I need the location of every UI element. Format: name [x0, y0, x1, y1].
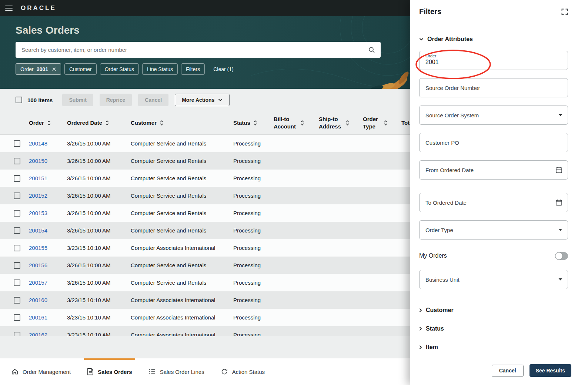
source-order-number-field[interactable]: Source Order Number: [419, 78, 568, 97]
row-checkbox[interactable]: [14, 279, 20, 286]
order-link[interactable]: 200152: [29, 192, 67, 199]
table-row[interactable]: 2001503/26/15 10:00 AMComputer Service a…: [0, 152, 410, 170]
section-item[interactable]: Item: [419, 344, 568, 351]
table-body: 2001483/26/15 10:00 AMComputer Service a…: [0, 135, 410, 336]
chip-label: Order: [20, 66, 34, 72]
filters-cancel-button[interactable]: Cancel: [492, 365, 524, 377]
column-header-order-type[interactable]: Order Type: [363, 116, 401, 130]
see-results-button[interactable]: See Results: [529, 364, 571, 377]
tab-sales-orders[interactable]: Sales Orders: [87, 358, 132, 385]
customer-po-field[interactable]: Customer PO: [419, 133, 568, 152]
dropdown-arrow-icon[interactable]: [558, 229, 562, 231]
filter-chip-customer[interactable]: Customer: [64, 63, 97, 75]
my-orders-toggle[interactable]: [555, 252, 568, 260]
table-row[interactable]: 2001553/23/15 10:10 AMComputer Associate…: [0, 239, 410, 257]
chevron-down-icon: [419, 38, 424, 41]
order-link[interactable]: 200151: [29, 175, 67, 181]
column-header-bill-to-account[interactable]: Bill-to Account: [274, 116, 319, 130]
table-row[interactable]: 2001573/26/15 10:00 AMComputer Service a…: [0, 274, 410, 291]
search-icon[interactable]: [368, 46, 375, 54]
action-status-icon: [221, 368, 228, 375]
table-row[interactable]: 2001603/23/15 10:10 AMComputer Associate…: [0, 291, 410, 309]
order-link[interactable]: 200154: [29, 227, 67, 234]
order-link[interactable]: 200148: [29, 140, 67, 147]
order-link[interactable]: 200162: [29, 332, 67, 336]
select-all-checkbox[interactable]: [16, 97, 22, 103]
document-icon: [87, 368, 94, 375]
row-checkbox[interactable]: [14, 332, 20, 337]
from-ordered-date-field[interactable]: From Ordered Date: [419, 160, 568, 180]
column-header-total[interactable]: Tot: [401, 119, 410, 127]
to-ordered-date-field[interactable]: To Ordered Date: [419, 193, 568, 212]
remove-chip-icon[interactable]: [52, 67, 56, 71]
dropdown-arrow-icon[interactable]: [558, 114, 562, 117]
section-customer[interactable]: Customer: [419, 307, 568, 314]
filters-drawer: Filters Order Attributes Order 2001 Sour…: [410, 0, 588, 385]
row-checkbox[interactable]: [14, 158, 20, 164]
order-link[interactable]: 200161: [29, 314, 67, 321]
search-input[interactable]: [16, 47, 368, 53]
table-row[interactable]: 2001543/26/15 10:00 AMComputer Service a…: [0, 222, 410, 239]
calendar-icon[interactable]: [555, 199, 562, 206]
cancel-button[interactable]: Cancel: [138, 94, 168, 106]
filter-chip-order-status[interactable]: Order Status: [100, 63, 139, 75]
row-checkbox[interactable]: [14, 245, 20, 251]
search-bar[interactable]: [16, 42, 381, 58]
table-row[interactable]: 2001513/26/15 10:00 AMComputer Service a…: [0, 170, 410, 187]
dropdown-arrow-icon[interactable]: [558, 278, 562, 281]
table-row[interactable]: 2001563/26/15 10:00 AMComputer Service a…: [0, 257, 410, 274]
column-header-ordered-date[interactable]: Ordered Date: [67, 119, 131, 127]
section-status[interactable]: Status: [419, 325, 568, 332]
order-link[interactable]: 200156: [29, 262, 67, 268]
more-actions-button[interactable]: More Actions: [175, 94, 230, 106]
column-header-customer[interactable]: Customer: [131, 119, 233, 127]
row-checkbox[interactable]: [14, 140, 20, 147]
row-checkbox[interactable]: [14, 314, 20, 321]
sort-icon: [300, 120, 304, 126]
row-checkbox[interactable]: [14, 262, 20, 269]
section-order-attributes[interactable]: Order Attributes: [419, 36, 568, 43]
table-toolbar: 100 items Submit Reprice Cancel More Act…: [0, 89, 410, 111]
row-checkbox[interactable]: [14, 297, 20, 304]
table-row[interactable]: 2001533/26/15 10:00 AMComputer Service a…: [0, 204, 410, 222]
tab-action-status[interactable]: Action Status: [221, 358, 265, 385]
table-row[interactable]: 2001523/26/15 10:00 AMComputer Service a…: [0, 187, 410, 204]
order-link[interactable]: 200157: [29, 279, 67, 286]
row-checkbox[interactable]: [14, 175, 20, 182]
filter-chip-filters[interactable]: Filters: [181, 63, 205, 75]
column-header-ship-to-address[interactable]: Ship-to Address: [319, 116, 363, 130]
order-link[interactable]: 200150: [29, 158, 67, 164]
expand-panel-icon[interactable]: [561, 9, 568, 15]
filter-chip-line-status[interactable]: Line Status: [142, 63, 178, 75]
order-link[interactable]: 200155: [29, 245, 67, 251]
business-unit-select[interactable]: Business Unit: [419, 270, 568, 289]
reprice-button[interactable]: Reprice: [100, 94, 132, 106]
column-header-status[interactable]: Status: [233, 119, 274, 127]
table-row[interactable]: 2001623/23/15 10:10 AMComputer Associate…: [0, 326, 410, 336]
column-header-order[interactable]: Order: [29, 119, 67, 127]
page-header: Sales Orders Order 2001 Customer Order S…: [0, 16, 410, 89]
order-link[interactable]: 200160: [29, 297, 67, 303]
tab-sales-order-lines[interactable]: Sales Order Lines: [148, 358, 204, 385]
sort-icon: [160, 120, 164, 126]
tab-order-management[interactable]: Order Management: [11, 358, 71, 385]
source-order-system-select[interactable]: Source Order System: [419, 106, 568, 125]
row-checkbox[interactable]: [14, 192, 20, 199]
table-row[interactable]: 2001613/23/15 10:10 AMComputer Associate…: [0, 309, 410, 326]
table-row[interactable]: 2001483/26/15 10:00 AMComputer Service a…: [0, 135, 410, 152]
calendar-icon[interactable]: [555, 167, 562, 174]
order-field[interactable]: Order 2001: [419, 51, 568, 70]
row-checkbox[interactable]: [14, 227, 20, 234]
clear-filters-button[interactable]: Clear (1): [213, 66, 233, 72]
hamburger-menu-icon[interactable]: [5, 6, 13, 11]
page-title: Sales Orders: [16, 24, 80, 36]
chevron-right-icon: [419, 308, 422, 312]
order-link[interactable]: 200153: [29, 210, 67, 216]
filters-title: Filters: [419, 7, 441, 16]
sort-icon: [345, 120, 350, 126]
row-checkbox[interactable]: [14, 210, 20, 217]
order-type-select[interactable]: Order Type: [419, 220, 568, 240]
filter-chip-order[interactable]: Order 2001: [16, 63, 61, 75]
submit-button[interactable]: Submit: [62, 94, 93, 106]
chevron-right-icon: [419, 345, 422, 349]
